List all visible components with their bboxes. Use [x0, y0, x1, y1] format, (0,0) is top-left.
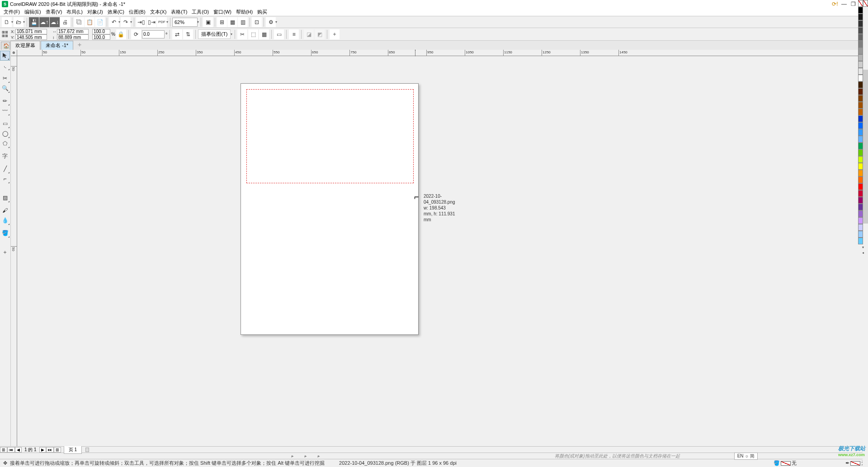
snap-button[interactable]: ⊡	[252, 17, 262, 27]
add-page-end-button[interactable]: ⊞	[54, 447, 61, 453]
zoom-tool[interactable]: 🔍	[0, 83, 10, 93]
x-position-input[interactable]	[15, 29, 47, 34]
color-swatch[interactable]	[858, 136, 863, 143]
publish-pdf-button[interactable]: PDF	[157, 17, 167, 27]
polygon-tool[interactable]: ⬠	[0, 138, 10, 148]
menu-object[interactable]: 对象(J)	[85, 8, 105, 16]
color-swatch[interactable]	[858, 41, 863, 48]
artistic-media-tool[interactable]: 〰	[0, 106, 10, 116]
color-swatch[interactable]	[858, 34, 863, 41]
order-front-button[interactable]: ◪	[304, 29, 314, 39]
menu-table[interactable]: 表格(T)	[169, 8, 189, 16]
color-swatch[interactable]	[858, 122, 863, 129]
color-swatch[interactable]	[858, 204, 863, 210]
resample-button[interactable]: ▦	[259, 29, 269, 39]
open-button[interactable]: 🗁	[14, 17, 24, 27]
canvas[interactable]: ⌐ 2022-10-04_093128.png w: 198.543 mm, h…	[17, 56, 868, 446]
color-swatch[interactable]	[858, 68, 863, 75]
vertical-ruler[interactable]: 5050	[11, 56, 17, 446]
language-indicator[interactable]: EN ☼ 简	[734, 453, 758, 460]
eyedropper-tool[interactable]: 💧	[0, 215, 10, 225]
page[interactable]: ⌐ 2022-10-04_093128.png w: 198.543 mm, h…	[241, 83, 419, 335]
color-swatch[interactable]	[858, 197, 863, 204]
add-tool-button[interactable]: ＋	[0, 247, 10, 257]
color-swatch[interactable]	[858, 7, 863, 14]
color-swatch[interactable]	[858, 163, 863, 170]
paste-button[interactable]: 📋	[85, 17, 94, 27]
show-guidelines-button[interactable]: ▥	[238, 17, 248, 27]
pick-tool[interactable]	[0, 51, 10, 61]
color-swatch[interactable]	[858, 14, 863, 20]
color-swatch[interactable]	[858, 54, 863, 61]
color-swatch[interactable]	[858, 129, 863, 136]
show-rulers-button[interactable]: ⊞	[217, 17, 227, 27]
scale-x-input[interactable]	[92, 29, 110, 34]
show-grid-button[interactable]: ▦	[227, 17, 237, 27]
color-swatch[interactable]	[858, 183, 863, 190]
freehand-tool[interactable]: ✏	[0, 96, 10, 106]
mirror-h-button[interactable]: ⇄	[172, 29, 182, 39]
transparency-tool[interactable]: 🖌	[0, 205, 10, 215]
color-swatch[interactable]	[858, 149, 863, 156]
ellipse-tool[interactable]: ◯	[0, 129, 10, 138]
color-swatch[interactable]	[858, 102, 863, 109]
menu-text[interactable]: 文本(X)	[148, 8, 169, 16]
horizontal-ruler[interactable]: 5050150250350450550650750850950105011501…	[17, 50, 868, 56]
import-button[interactable]: ⇥▯	[136, 17, 146, 27]
menu-tools[interactable]: 工具(O)	[190, 8, 211, 16]
palette-expand[interactable]: ◂	[858, 250, 868, 255]
menu-window[interactable]: 窗口(W)	[212, 8, 233, 16]
interactive-fill-tool[interactable]: 🪣	[0, 228, 10, 238]
selection-marquee[interactable]	[246, 89, 414, 183]
add-preset-button[interactable]: ＋	[330, 29, 340, 39]
copy-button[interactable]: ⿻	[74, 17, 84, 27]
export-button[interactable]: ▯⇥	[146, 17, 156, 27]
color-swatch[interactable]	[858, 238, 863, 244]
docker-arrow-icon-3[interactable]: ▸	[317, 453, 320, 458]
menu-file[interactable]: 文件(F)	[2, 8, 22, 16]
swatch-none[interactable]	[858, 0, 863, 7]
fullscreen-preview-button[interactable]: ▣	[203, 17, 213, 27]
cloud-upload-button[interactable]: ☁↑	[39, 17, 49, 27]
welcome-tab[interactable]: 欢迎屏幕	[10, 41, 40, 50]
rectangle-tool[interactable]: ▭	[0, 119, 10, 129]
trace-bitmap-button[interactable]: 描摹位图(T)	[198, 29, 231, 39]
save-button[interactable]: 💾	[29, 17, 39, 27]
palette-scroll-down[interactable]: ▾	[858, 244, 868, 250]
color-swatch[interactable]	[858, 156, 863, 163]
color-swatch[interactable]	[858, 217, 863, 224]
menu-bitmap[interactable]: 位图(B)	[127, 8, 147, 16]
order-back-button[interactable]: ◩	[315, 29, 325, 39]
menu-help[interactable]: 帮助(H)	[234, 8, 255, 16]
first-page-button[interactable]: ⏮	[7, 447, 15, 453]
width-input[interactable]	[57, 29, 89, 34]
last-page-button[interactable]: ⏭	[46, 447, 54, 453]
color-swatch[interactable]	[858, 115, 863, 122]
prev-page-button[interactable]: ◀	[15, 447, 22, 453]
color-swatch[interactable]	[858, 143, 863, 149]
wrap-text-button[interactable]: ▭	[274, 29, 284, 39]
color-swatch[interactable]	[858, 88, 863, 95]
parallel-dimension-tool[interactable]: ╱	[0, 164, 10, 174]
color-swatch[interactable]	[858, 231, 863, 238]
color-swatch[interactable]	[858, 224, 863, 231]
menu-edit[interactable]: 编辑(E)	[23, 8, 43, 16]
horizontal-scrollbar[interactable]	[85, 448, 868, 452]
add-tab-button[interactable]: ＋	[74, 40, 85, 50]
new-button[interactable]: 🗋	[2, 17, 12, 27]
crop-bitmap-button[interactable]: ⬚	[248, 29, 258, 39]
docker-arrow-icon[interactable]: ▸	[291, 453, 293, 458]
text-tool[interactable]: 字	[0, 151, 10, 161]
docker-arrow-icon-2[interactable]: ▸	[304, 453, 307, 458]
zoom-level-input[interactable]	[172, 18, 198, 27]
edit-bitmap-button[interactable]: ✂	[237, 29, 247, 39]
y-position-input[interactable]	[15, 34, 47, 40]
height-input[interactable]	[57, 34, 89, 40]
color-swatch[interactable]	[858, 20, 863, 27]
rotation-input[interactable]	[142, 30, 165, 38]
shape-tool[interactable]: ◟	[0, 61, 10, 71]
color-swatch[interactable]	[858, 95, 863, 102]
menu-effect[interactable]: 效果(C)	[106, 8, 126, 16]
page-tab[interactable]: 页 1	[64, 446, 82, 454]
maximize-button[interactable]: ❐	[849, 0, 857, 8]
